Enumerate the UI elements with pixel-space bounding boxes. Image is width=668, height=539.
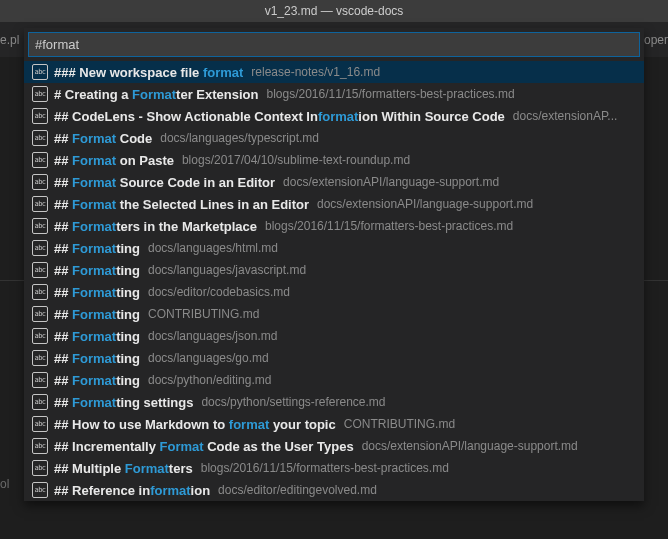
quick-open-item-description: blogs/2016/11/15/formatters-best-practic… [266,87,514,101]
quick-open-item[interactable]: abc## How to use Markdown to format your… [24,413,644,435]
quick-open-item[interactable]: abc## Reference informationdocs/editor/e… [24,479,644,501]
string-icon: abc [32,482,48,498]
quick-open-item-label: ## Format on Paste [54,153,174,168]
quick-open-item[interactable]: abc## Multiple Formattersblogs/2016/11/1… [24,457,644,479]
quick-open-item[interactable]: abc## Incrementally Format Code as the U… [24,435,644,457]
quick-open-item[interactable]: abc## Formattingdocs/languages/go.md [24,347,644,369]
quick-open-item-description: CONTRIBUTING.md [344,417,455,431]
quick-open-item-label: ## Formatting [54,285,140,300]
string-icon: abc [32,108,48,124]
quick-open-item-label: ## Formatting [54,263,140,278]
quick-open-item-label: ### New workspace file format [54,65,243,80]
quick-open-item-description: docs/editor/editingevolved.md [218,483,377,497]
string-icon: abc [32,64,48,80]
quick-open-item[interactable]: abc## Formattingdocs/languages/html.md [24,237,644,259]
quick-open-item-description: docs/extensionAP... [513,109,618,123]
quick-open-item-description: blogs/2016/11/15/formatters-best-practic… [201,461,449,475]
quick-open-item-description: blogs/2016/11/15/formatters-best-practic… [265,219,513,233]
string-icon: abc [32,240,48,256]
string-icon: abc [32,262,48,278]
quick-open-item-label: ## Multiple Formatters [54,461,193,476]
string-icon: abc [32,460,48,476]
quick-open-item-description: blogs/2017/04/10/sublime-text-roundup.md [182,153,410,167]
quick-open-item[interactable]: abc## Format on Pasteblogs/2017/04/10/su… [24,149,644,171]
window-titlebar: v1_23.md — vscode-docs [0,0,668,22]
quick-open-item-description: docs/languages/typescript.md [160,131,319,145]
quick-open-item-description: docs/extensionAPI/language-support.md [283,175,499,189]
quick-open-item-label: ## Formatters in the Marketplace [54,219,257,234]
quick-open-item[interactable]: abc## Formattingdocs/editor/codebasics.m… [24,281,644,303]
quick-open-item-label: ## Reference information [54,483,210,498]
quick-open-item[interactable]: abc## Formatting settingsdocs/python/set… [24,391,644,413]
quick-open-input-wrap [24,28,644,61]
quick-open-item-description: docs/languages/javascript.md [148,263,306,277]
editor-gutter-fragment: ol [0,477,9,491]
tab-fragment-left: e.pl [0,33,19,47]
quick-open-item-label: ## CodeLens - Show Actionable Context In… [54,109,505,124]
quick-open-item-label: ## Formatting [54,307,140,322]
quick-open-item[interactable]: abc## Format Source Code in an Editordoc… [24,171,644,193]
string-icon: abc [32,86,48,102]
quick-open-item-label: ## Incrementally Format Code as the User… [54,439,354,454]
string-icon: abc [32,394,48,410]
quick-open-item-description: docs/languages/go.md [148,351,269,365]
quick-open-widget: abc### New workspace file formatrelease-… [24,28,644,501]
quick-open-item-label: ## Formatting [54,373,140,388]
quick-open-item-description: docs/editor/codebasics.md [148,285,290,299]
quick-open-item-description: release-notes/v1_16.md [251,65,380,79]
quick-open-item[interactable]: abc## Formattingdocs/python/editing.md [24,369,644,391]
quick-open-item-description: docs/extensionAPI/language-support.md [362,439,578,453]
quick-open-item-label: ## Formatting [54,329,140,344]
string-icon: abc [32,438,48,454]
quick-open-item-description: docs/languages/json.md [148,329,277,343]
quick-open-item[interactable]: abc## Formattingdocs/languages/javascrip… [24,259,644,281]
quick-open-item[interactable]: abc# Creating a Formatter Extensionblogs… [24,83,644,105]
quick-open-item[interactable]: abc## Formattingdocs/languages/json.md [24,325,644,347]
quick-open-item-description: CONTRIBUTING.md [148,307,259,321]
string-icon: abc [32,196,48,212]
quick-open-item-label: ## Format the Selected Lines in an Edito… [54,197,309,212]
quick-open-item-label: # Creating a Formatter Extension [54,87,258,102]
string-icon: abc [32,218,48,234]
string-icon: abc [32,306,48,322]
quick-open-item-label: ## Formatting [54,351,140,366]
quick-open-item-description: docs/python/settings-reference.md [201,395,385,409]
quick-open-input[interactable] [28,32,640,57]
string-icon: abc [32,284,48,300]
quick-open-item-label: ## Formatting settings [54,395,193,410]
quick-open-item-label: ## Formatting [54,241,140,256]
string-icon: abc [32,328,48,344]
string-icon: abc [32,174,48,190]
window-title: v1_23.md — vscode-docs [265,4,404,18]
quick-open-item-label: ## Format Code [54,131,152,146]
quick-open-item[interactable]: abc## Formatters in the Marketplaceblogs… [24,215,644,237]
quick-open-item[interactable]: abc### New workspace file formatrelease-… [24,61,644,83]
string-icon: abc [32,372,48,388]
quick-open-item[interactable]: abc## Format Codedocs/languages/typescri… [24,127,644,149]
quick-open-item-label: ## Format Source Code in an Editor [54,175,275,190]
string-icon: abc [32,152,48,168]
string-icon: abc [32,416,48,432]
quick-open-item-description: docs/python/editing.md [148,373,271,387]
quick-open-item[interactable]: abc## CodeLens - Show Actionable Context… [24,105,644,127]
string-icon: abc [32,130,48,146]
string-icon: abc [32,350,48,366]
quick-open-item-description: docs/extensionAPI/language-support.md [317,197,533,211]
quick-open-item[interactable]: abc## FormattingCONTRIBUTING.md [24,303,644,325]
quick-open-item-description: docs/languages/html.md [148,241,278,255]
quick-open-item-label: ## How to use Markdown to format your to… [54,417,336,432]
quick-open-list[interactable]: abc### New workspace file formatrelease-… [24,61,644,501]
quick-open-item[interactable]: abc## Format the Selected Lines in an Ed… [24,193,644,215]
